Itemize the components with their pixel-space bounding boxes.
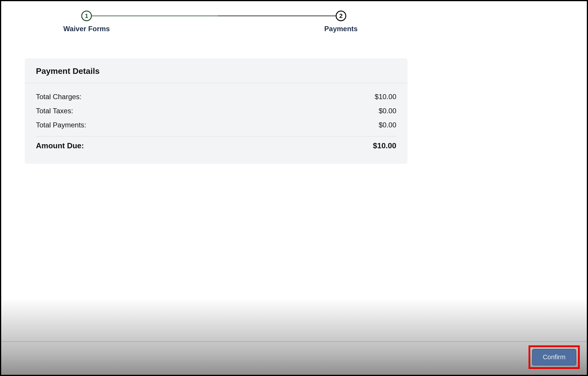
- row-value: $10.00: [375, 93, 396, 101]
- confirm-highlight-box: Confirm: [529, 345, 580, 369]
- stepper: 1 Waiver Forms 2 Payments: [66, 8, 349, 41]
- footer-divider: [1, 341, 587, 342]
- confirm-button[interactable]: Confirm: [532, 349, 576, 365]
- row-label: Total Payments:: [36, 121, 86, 129]
- step-number-label: 1: [85, 13, 88, 19]
- stepper-connector-pending: [218, 16, 342, 16]
- step-label-payments: Payments: [324, 25, 357, 33]
- card-body: Total Charges: $10.00 Total Taxes: $0.00…: [25, 83, 408, 164]
- row-total-charges: Total Charges: $10.00: [36, 90, 396, 104]
- divider: [36, 136, 396, 137]
- row-value: $10.00: [373, 141, 396, 150]
- bottom-fade-overlay: [1, 298, 587, 375]
- row-value: $0.00: [379, 107, 396, 115]
- step-number-2: 2: [336, 11, 346, 21]
- row-total-taxes: Total Taxes: $0.00: [36, 104, 396, 118]
- payment-details-card: Payment Details Total Charges: $10.00 To…: [25, 58, 408, 164]
- step-payments[interactable]: 2 Payments: [336, 11, 346, 21]
- step-waiver-forms[interactable]: 1 Waiver Forms: [81, 11, 92, 21]
- row-label: Total Charges:: [36, 93, 82, 101]
- stepper-connector-done: [91, 16, 218, 16]
- step-number-label: 2: [339, 13, 342, 19]
- card-spacer: [36, 153, 396, 161]
- step-number-1: 1: [81, 11, 92, 21]
- row-label: Amount Due:: [36, 141, 84, 150]
- row-value: $0.00: [379, 121, 396, 129]
- row-total-payments: Total Payments: $0.00: [36, 118, 396, 132]
- app-frame: 1 Waiver Forms 2 Payments Payment Detail…: [0, 0, 588, 376]
- card-header: Payment Details: [25, 58, 408, 83]
- row-label: Total Taxes:: [36, 107, 73, 115]
- card-title: Payment Details: [36, 66, 396, 76]
- step-label-waiver-forms: Waiver Forms: [63, 25, 110, 33]
- row-amount-due: Amount Due: $10.00: [36, 138, 396, 153]
